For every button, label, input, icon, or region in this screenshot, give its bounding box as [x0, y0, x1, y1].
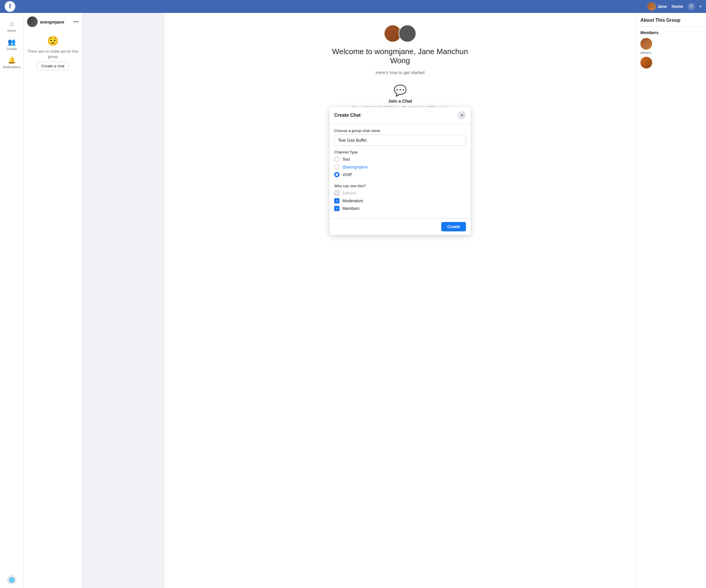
checkbox-admins: Admins: [334, 191, 466, 196]
member-avatar-2: [640, 57, 652, 69]
chat-name-input[interactable]: [334, 135, 466, 146]
sidebar-item-notifications[interactable]: 🔔 Notifications: [1, 54, 22, 71]
no-chats-icon: 😟: [47, 35, 59, 46]
sidebar-item-notifications-label: Notifications: [3, 65, 21, 69]
dropdown-chevron-icon[interactable]: ▾: [700, 4, 701, 8]
radio-mention-circle[interactable]: [334, 164, 340, 170]
more-options-button[interactable]: •••: [74, 19, 79, 25]
radio-text[interactable]: Text: [334, 157, 466, 162]
groups-icon: 👥: [8, 38, 15, 46]
chat-name-field: Choose a group chat name: [334, 128, 466, 146]
home-icon: ⌂: [10, 20, 13, 28]
nav-right: Jane Home ? ▾: [648, 2, 701, 11]
member-avatar-admin: [640, 38, 652, 50]
chat-list-panel: wongmjane ••• 😟 There are no chats yet f…: [24, 13, 82, 588]
globe-button[interactable]: 🌐: [7, 575, 16, 585]
radio-text-label: Text: [342, 157, 350, 162]
modal-title: Create Chat: [334, 113, 361, 118]
modal-footer: Create: [329, 218, 471, 235]
members-title: Members: [640, 30, 701, 35]
left-sidebar: ⌂ Home 👥 Groups 🔔 Notifications 🌐: [0, 13, 24, 588]
sidebar-bottom: 🌐: [7, 575, 16, 588]
group-avatar: [27, 16, 38, 27]
chat-name-label: Choose a group chat name: [334, 128, 466, 133]
help-button[interactable]: ?: [688, 3, 695, 10]
members-checkbox[interactable]: [334, 206, 340, 211]
nav-left: f: [5, 1, 15, 12]
user-name: Jane: [658, 4, 667, 9]
channel-type-label: Channel Type: [334, 150, 466, 154]
modal-header: Create Chat ✕: [329, 107, 471, 124]
group-header: wongmjane •••: [27, 16, 79, 27]
facebook-logo[interactable]: f: [5, 1, 15, 12]
main-content: Welcome to wongmjane, Jane Manchun Wong …: [165, 13, 635, 588]
no-chats-area: 😟 There are no chats yet for this group …: [27, 35, 79, 70]
who-can-see-section: Who can see this? Admins Moderators: [334, 184, 466, 213]
avatar-image: [648, 2, 656, 11]
modal-overlay: Create Chat ✕ Choose a group chat name C…: [165, 13, 635, 588]
notifications-icon: 🔔: [8, 56, 15, 64]
sidebar-item-home-label: Home: [7, 29, 16, 32]
user-profile[interactable]: Jane: [648, 2, 667, 11]
radio-voip[interactable]: VOIP: [334, 172, 466, 177]
sidebar-item-groups[interactable]: 👥 Groups: [1, 36, 22, 53]
member-item-1: Admins: [640, 38, 701, 54]
modal-body: Choose a group chat name Channel Type Te…: [329, 124, 471, 218]
no-chats-text: There are no chats yet for this group: [27, 49, 79, 59]
radio-mention[interactable]: @wongmjane: [334, 164, 466, 170]
radio-voip-circle[interactable]: [334, 172, 340, 177]
moderators-checkbox[interactable]: [334, 198, 340, 204]
home-nav-link[interactable]: Home: [672, 4, 683, 9]
group-name: wongmjane: [40, 19, 65, 25]
right-sidebar: About This Group Members Admins: [635, 13, 706, 588]
sidebar-item-groups-label: Groups: [6, 47, 17, 50]
checkbox-members[interactable]: Members: [334, 206, 466, 211]
radio-text-circle[interactable]: [334, 157, 340, 162]
modal-close-button[interactable]: ✕: [458, 111, 466, 119]
admins-checkbox[interactable]: [334, 191, 340, 196]
app-layout: ⌂ Home 👥 Groups 🔔 Notifications 🌐 wongmj…: [0, 13, 706, 588]
member-item-2: [640, 57, 701, 69]
group-info: wongmjane: [27, 16, 65, 27]
about-group-title: About This Group: [640, 17, 701, 23]
channel-type-section: Channel Type Text @wongmjane: [334, 150, 466, 180]
members-checkbox-label: Members: [342, 206, 359, 211]
who-can-see-label: Who can see this?: [334, 184, 466, 188]
divider: [640, 27, 701, 27]
top-navigation: f Jane Home ? ▾: [0, 0, 706, 13]
admins-checkbox-label: Admins: [342, 191, 356, 196]
radio-mention-label: @wongmjane: [342, 165, 368, 169]
radio-voip-label: VOIP: [342, 172, 352, 177]
sidebar-item-home[interactable]: ⌂ Home: [1, 17, 22, 35]
create-chat-button[interactable]: Create a chat: [37, 62, 69, 70]
create-chat-modal: Create Chat ✕ Choose a group chat name C…: [329, 107, 471, 235]
avatar: [648, 2, 656, 11]
moderators-checkbox-label: Moderators: [342, 199, 363, 203]
checkbox-moderators[interactable]: Moderators: [334, 198, 466, 204]
create-button[interactable]: Create: [441, 222, 466, 232]
member-role-admin: Admins: [640, 51, 651, 54]
